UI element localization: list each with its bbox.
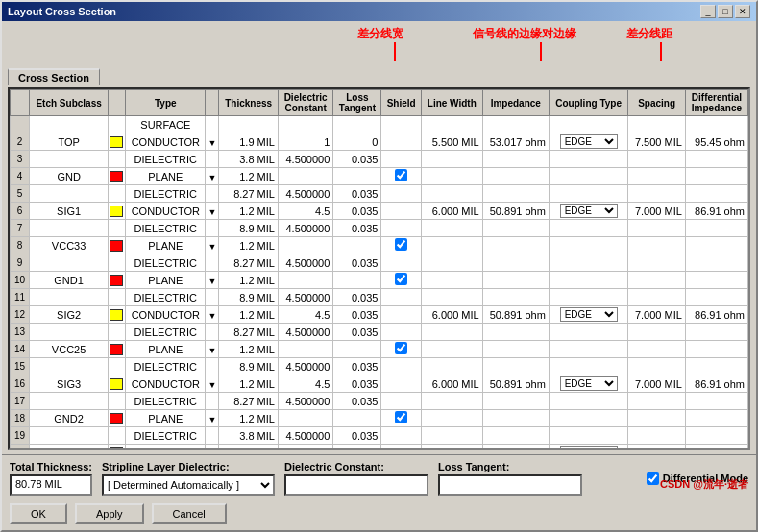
signal-edge-annotation: 信号线的边缘对边缘 [473, 26, 576, 42]
coupling-type-cell [549, 324, 628, 341]
shield-checkbox[interactable] [395, 238, 407, 251]
type-dropdown[interactable]: ▼ [206, 306, 219, 324]
type-cell: DIELECTRIC [126, 358, 206, 375]
coupling-type-select[interactable]: EDGE [560, 446, 618, 450]
spacing-cell [628, 410, 685, 427]
table-row: 18GND2PLANE▼1.2 MIL [11, 410, 748, 427]
minimize-button[interactable]: _ [700, 5, 716, 18]
loss-tangent-cell: 0.035 [333, 375, 381, 393]
line-width-cell [421, 254, 482, 272]
row-number: 19 [11, 427, 30, 445]
shield-checkbox[interactable] [395, 342, 407, 354]
dropdown-arrow-icon[interactable]: ▼ [208, 277, 216, 286]
coupling-type-select[interactable]: EDGE [560, 307, 618, 322]
maximize-button[interactable]: □ [718, 5, 733, 18]
line-width-cell: 6.000 MIL [421, 306, 482, 324]
shield-cell [381, 168, 421, 185]
loss-tangent-input[interactable] [438, 474, 582, 496]
table-container[interactable]: Etch Subclass Type Thickness DielectricC… [8, 87, 750, 450]
coupling-type-cell[interactable]: EDGE [549, 306, 628, 324]
coupling-type-cell[interactable]: EDGE [549, 133, 628, 151]
etch-subclass-cell: VCC25 [30, 341, 109, 358]
color-cell [109, 220, 126, 237]
coupling-type-select[interactable]: EDGE [560, 134, 618, 149]
dropdown-arrow-icon[interactable]: ▼ [208, 311, 216, 321]
stripline-label: Stripline Layer Dielectric: [102, 461, 275, 472]
dropdown-arrow-icon[interactable]: ▼ [208, 138, 216, 148]
apply-button[interactable]: Apply [75, 503, 144, 524]
dielectric-constant-cell: 4.500000 [278, 220, 332, 237]
diff-impedance-cell [685, 289, 747, 306]
col-etch-subclass: Etch Subclass [30, 90, 109, 116]
dropdown-arrow-icon[interactable]: ▼ [208, 449, 216, 451]
color-cell [109, 185, 126, 203]
type-dropdown[interactable]: ▼ [206, 203, 219, 220]
loss-tangent-cell: 0.035 [333, 358, 381, 375]
loss-tangent-cell: 0.035 [333, 289, 381, 306]
ok-button[interactable]: OK [10, 503, 67, 524]
etch-subclass-cell: BOTTOM [30, 445, 109, 451]
coupling-type-cell[interactable]: EDGE [549, 375, 628, 393]
row-number: 7 [11, 220, 30, 237]
type-dropdown[interactable]: ▼ [206, 237, 219, 254]
dropdown-arrow-icon[interactable]: ▼ [208, 207, 216, 217]
dielectric-constant-cell: 4.5 [278, 203, 332, 220]
shield-checkbox[interactable] [395, 273, 407, 285]
coupling-type-cell[interactable]: EDGE [549, 445, 628, 451]
etch-subclass-cell: GND [30, 168, 109, 185]
thickness-cell: 8.9 MIL [219, 289, 279, 306]
dropdown-arrow-icon[interactable]: ▼ [208, 415, 216, 424]
loss-tangent-cell: 0.035 [333, 427, 381, 445]
close-button[interactable]: ✕ [735, 5, 750, 18]
layer-color-box [110, 136, 123, 148]
loss-tangent-cell [333, 341, 381, 358]
type-dropdown[interactable]: ▼ [206, 410, 219, 427]
coupling-type-select[interactable]: EDGE [560, 204, 618, 218]
dropdown-arrow-icon[interactable]: ▼ [208, 173, 216, 182]
shield-checkbox[interactable] [395, 169, 407, 181]
stripline-select[interactable]: [ Determined Automatically ] [102, 474, 275, 496]
loss-tangent-cell: 0.035 [333, 185, 381, 203]
dropdown-arrow-icon[interactable]: ▼ [208, 346, 216, 355]
col-dropdown [206, 90, 219, 116]
loss-tangent-cell: 0.035 [333, 254, 381, 272]
shield-cell [381, 289, 421, 306]
etch-subclass-cell [30, 151, 109, 168]
color-cell [109, 168, 126, 185]
type-dropdown[interactable]: ▼ [206, 375, 219, 393]
type-dropdown[interactable]: ▼ [206, 133, 219, 151]
color-cell [109, 306, 126, 324]
type-cell: DIELECTRIC [126, 393, 206, 410]
total-thickness-label: Total Thickness: [10, 461, 92, 472]
type-dropdown[interactable]: ▼ [206, 272, 219, 289]
diff-impedance-cell [685, 324, 747, 341]
shield-checkbox[interactable] [395, 411, 407, 423]
window-title: Layout Cross Section [8, 6, 116, 17]
line-width-cell [421, 116, 482, 133]
shield-cell [381, 410, 421, 427]
diel-const-input[interactable] [284, 474, 428, 496]
table-row: 10GND1PLANE▼1.2 MIL [11, 272, 748, 289]
cancel-button[interactable]: Cancel [152, 503, 227, 524]
type-cell: CONDUCTOR [126, 375, 206, 393]
type-dropdown[interactable]: ▼ [206, 341, 219, 358]
coupling-type-cell[interactable]: EDGE [549, 203, 628, 220]
thickness-cell: 1.9 MIL [219, 445, 279, 451]
type-cell: CONDUCTOR [126, 445, 206, 451]
etch-subclass-cell [30, 324, 109, 341]
impedance-cell [482, 254, 549, 272]
line-width-cell [421, 324, 482, 341]
type-dropdown[interactable]: ▼ [206, 445, 219, 451]
col-loss-tan: LossTangent [333, 90, 381, 116]
coupling-type-select[interactable]: EDGE [560, 376, 618, 391]
dropdown-arrow-icon[interactable]: ▼ [208, 242, 216, 252]
line-width-cell: 6.000 MIL [421, 203, 482, 220]
diff-mode-checkbox[interactable] [647, 472, 659, 485]
type-dropdown[interactable]: ▼ [206, 168, 219, 185]
dielectric-constant-cell [278, 272, 332, 289]
cross-section-tab[interactable]: Cross Section [8, 68, 100, 85]
dropdown-arrow-icon[interactable]: ▼ [208, 380, 216, 390]
table-row: 16SIG3CONDUCTOR▼1.2 MIL4.50.0356.000 MIL… [11, 375, 748, 393]
coupling-type-cell [549, 358, 628, 375]
table-row: 19DIELECTRIC3.8 MIL4.5000000.035 [11, 427, 748, 445]
